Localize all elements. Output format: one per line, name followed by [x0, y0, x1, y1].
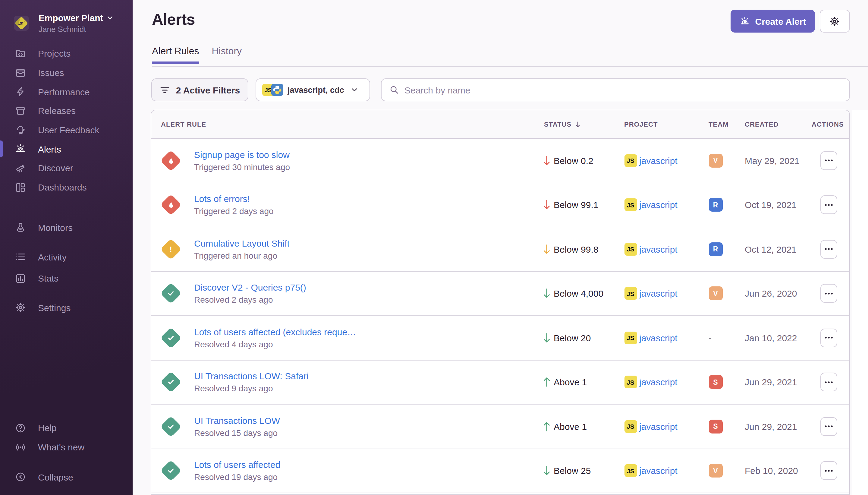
column-header-actions: Actions	[811, 121, 849, 128]
search-input[interactable]	[404, 85, 841, 95]
user-name: Jane Schmidt	[39, 25, 113, 34]
sidebar-item-dashboards[interactable]: Dashboards	[0, 178, 133, 197]
team-avatar[interactable]: S	[709, 375, 723, 389]
sidebar-item-releases[interactable]: Releases	[0, 101, 133, 120]
project-link[interactable]: javascript	[639, 156, 678, 166]
org-switcher[interactable]: Empower Plant Jane Schmidt	[13, 13, 113, 34]
alert-rule-row: Lots of users affected (excludes reque… …	[151, 316, 849, 360]
chevron-down-icon	[107, 15, 113, 21]
sidebar-item-settings[interactable]: Settings	[0, 298, 133, 317]
project-link[interactable]: javascript	[639, 422, 678, 432]
project-link[interactable]: javascript	[639, 466, 678, 476]
row-actions-button[interactable]	[820, 373, 837, 392]
team-avatar[interactable]: V	[709, 287, 723, 301]
project-selector[interactable]: JS javascript, cdc	[256, 79, 370, 101]
sidebar-item-user-feedback[interactable]: User Feedback	[0, 121, 133, 140]
sidebar-item-stats[interactable]: Stats	[0, 269, 133, 288]
team-avatar[interactable]: V	[709, 154, 723, 168]
row-actions-button[interactable]	[820, 195, 837, 214]
alert-rule-row: Lots of users affected Resolved 19 days …	[151, 449, 849, 493]
trend-down-icon	[542, 155, 551, 166]
created-date: Jun 29, 2021	[735, 377, 811, 387]
alert-rule-activity: Triggered 30 minutes ago	[194, 161, 290, 172]
sidebar-item-label: Activity	[38, 252, 67, 262]
trend-down-icon	[542, 332, 551, 344]
alert-rule-link[interactable]: Discover V2 - Queries p75()	[194, 282, 306, 293]
sidebar-nav: ProjectsIssuesPerformanceReleasesUser Fe…	[0, 44, 133, 318]
tabs: Alert RulesHistory	[152, 46, 242, 64]
javascript-platform-icon: JS	[624, 331, 637, 344]
org-logo-icon	[13, 15, 30, 31]
alerts-table: Alert RuleStatusProjectTeamCreatedAction…	[151, 110, 850, 495]
created-date: Oct 12, 2021	[735, 244, 811, 254]
sidebar-item-projects[interactable]: Projects	[0, 44, 133, 63]
chevron-down-icon	[351, 86, 358, 93]
alert-rule-row: ! Cumulative Layout Shift Triggered an h…	[151, 227, 849, 272]
sidebar-collapse-button[interactable]: Collapse	[0, 467, 133, 487]
sidebar-item-discover[interactable]: Discover	[0, 158, 133, 177]
alert-rule-link[interactable]: UI Transactions LOW: Safari	[194, 371, 309, 382]
alert-rule-link[interactable]: Lots of errors!	[194, 193, 274, 205]
column-header-status[interactable]: Status	[534, 120, 614, 128]
trend-down-icon	[542, 288, 551, 300]
created-date: Jun 29, 2021	[735, 422, 811, 432]
project-link[interactable]: javascript	[639, 200, 678, 210]
row-actions-button[interactable]	[820, 284, 837, 303]
status-value: Below 99.8	[554, 244, 598, 254]
status-value: Below 0.2	[554, 156, 593, 166]
status-value: Above 1	[554, 377, 587, 387]
row-actions-button[interactable]	[820, 240, 837, 259]
sidebar-item-label: What's new	[38, 442, 84, 452]
main-content: Alerts Create Alert Alert RulesHistory	[133, 0, 868, 495]
project-link[interactable]: javascript	[639, 333, 678, 343]
help-icon	[15, 423, 26, 433]
javascript-platform-icon: JS	[624, 154, 637, 167]
scroll-gutter	[852, 110, 868, 495]
alert-rule-activity: Resolved 19 days ago	[194, 472, 280, 483]
settings-gear-button[interactable]	[820, 10, 850, 33]
project-link[interactable]: javascript	[639, 377, 678, 387]
trend-down-icon	[542, 465, 551, 477]
sidebar-item-label: Settings	[38, 303, 71, 313]
row-actions-button[interactable]	[820, 417, 837, 436]
resolved-check-icon	[161, 328, 180, 347]
trend-down-icon	[542, 199, 551, 211]
team-none: -	[709, 333, 712, 343]
status-value: Below 99.1	[554, 200, 598, 210]
sidebar-item-label: Issues	[38, 68, 64, 78]
sidebar-item-label: Stats	[38, 273, 58, 284]
alert-rule-activity: Resolved 15 days ago	[194, 427, 280, 438]
sidebar-item-whats-new[interactable]: What's new	[0, 438, 133, 456]
alert-rule-row: Discover V2 - Queries p75() Resolved 2 d…	[151, 272, 849, 316]
alert-rule-link[interactable]: Signup page is too slow	[194, 149, 290, 160]
search-icon	[389, 85, 399, 95]
team-avatar[interactable]: S	[709, 420, 723, 433]
javascript-platform-icon: JS	[624, 287, 637, 300]
tab-alert-rules[interactable]: Alert Rules	[152, 46, 199, 64]
sidebar-item-issues[interactable]: Issues	[0, 63, 133, 82]
row-actions-button[interactable]	[820, 151, 837, 170]
sidebar-item-activity[interactable]: Activity	[0, 247, 133, 266]
create-alert-button[interactable]: Create Alert	[731, 10, 815, 33]
team-avatar[interactable]: R	[709, 198, 723, 212]
project-link[interactable]: javascript	[639, 244, 678, 254]
row-actions-button[interactable]	[820, 329, 837, 347]
sidebar-item-monitors[interactable]: Monitors	[0, 218, 133, 237]
resolved-check-icon	[161, 461, 180, 480]
project-link[interactable]: javascript	[639, 289, 678, 299]
alert-rule-link[interactable]: UI Transactions LOW	[194, 415, 280, 426]
settings-icon	[15, 302, 26, 313]
team-avatar[interactable]: V	[709, 464, 723, 478]
tab-history[interactable]: History	[212, 46, 242, 64]
row-actions-button[interactable]	[820, 462, 837, 480]
alert-rule-link[interactable]: Lots of users affected (excludes reque…	[194, 326, 356, 338]
sidebar-item-alerts[interactable]: Alerts	[0, 140, 133, 158]
active-filters-button[interactable]: 2 Active Filters	[151, 79, 248, 101]
alert-rule-link[interactable]: Cumulative Layout Shift	[194, 238, 290, 249]
sidebar-item-performance[interactable]: Performance	[0, 82, 133, 101]
sidebar-item-label: User Feedback	[38, 125, 99, 135]
team-avatar[interactable]: R	[709, 242, 723, 256]
alert-rule-link[interactable]: Lots of users affected	[194, 459, 280, 471]
javascript-platform-icon: JS	[624, 464, 637, 477]
sidebar-item-help[interactable]: Help	[0, 419, 133, 438]
